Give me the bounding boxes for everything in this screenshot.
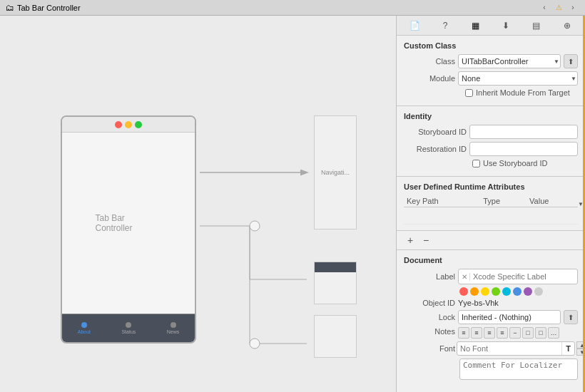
storyboard-id-input[interactable]: tabbar: [469, 125, 578, 139]
tab-dot-news: [171, 322, 176, 328]
notes-toolbar: ≡ ≡ ≡ ≡ − □ □ …: [458, 327, 559, 339]
scene-box-top: [314, 262, 357, 304]
object-id-value: Yye-bs-Vhk: [458, 299, 499, 307]
custom-class-section: Custom Class Class UITabBarController ▼ …: [397, 36, 585, 106]
object-id-label: Object ID: [404, 299, 455, 307]
nav-controller-box: Navigati...: [314, 115, 357, 229]
nav-back-btn[interactable]: ‹: [538, 1, 551, 14]
font-input[interactable]: [457, 344, 561, 353]
panel-tool-down-icon[interactable]: ⬇: [498, 18, 514, 33]
title-bar: 🗂 Tab Bar Controller ‹ ⚠ ›: [0, 0, 585, 16]
class-select[interactable]: UITabBarController: [458, 54, 561, 68]
tab-item-news: News: [167, 322, 180, 334]
window-close-dot: [115, 121, 122, 128]
panel-tool-list-icon[interactable]: ▤: [529, 18, 544, 33]
lock-row: Lock Inherited - (Nothing) ▼ ⬆: [404, 310, 578, 324]
module-select-wrapper: None ▼: [458, 71, 578, 86]
notes-align-right-btn[interactable]: ≡: [484, 327, 495, 339]
storyboard-id-row: Storyboard ID tabbar: [404, 125, 578, 139]
runtime-attrs-section: User Defined Runtime Attributes Key Path…: [397, 177, 585, 231]
notes-box-btn1[interactable]: □: [522, 327, 534, 339]
color-dot-yellow[interactable]: [481, 287, 489, 296]
notes-justify-btn[interactable]: ≡: [497, 327, 508, 339]
class-select-btn[interactable]: ⬆: [564, 54, 578, 68]
panel-tool-identity-icon[interactable]: ▦: [468, 18, 484, 33]
lock-select[interactable]: Inherited - (Nothing): [458, 310, 561, 324]
add-runtime-btn[interactable]: +: [404, 234, 417, 247]
module-select[interactable]: None: [458, 71, 578, 86]
use-storyboard-checkbox[interactable]: [472, 160, 480, 167]
col-value: Value: [526, 195, 578, 207]
comment-input[interactable]: [459, 359, 578, 380]
storyboard-id-label: Storyboard ID: [404, 128, 467, 136]
inherit-module-row: Inherit Module From Target: [404, 88, 578, 97]
nav-controller-label: Navigati...: [321, 169, 350, 176]
custom-class-title: Custom Class: [404, 41, 578, 50]
notes-align-left-btn[interactable]: ≡: [458, 327, 469, 339]
label-input[interactable]: [470, 269, 577, 284]
scene-box-bottom: [314, 315, 357, 358]
tab-bar-controller-label: Tab Bar Controller: [96, 213, 162, 233]
runtime-table: Key Path Type Value: [404, 195, 578, 225]
main-area: Tab Bar Controller About Status News Nav: [0, 16, 585, 392]
label-row: Label ✕: [404, 269, 578, 284]
color-dot-orange[interactable]: [470, 287, 479, 296]
nav-forward-btn[interactable]: ›: [566, 1, 579, 14]
restoration-id-row: Restoration ID: [404, 142, 578, 156]
scene-top-bar: [315, 262, 356, 272]
document-title: Document: [404, 256, 578, 264]
color-dot-blue[interactable]: [513, 287, 522, 296]
font-T-btn[interactable]: T: [561, 342, 574, 355]
object-id-row: Object ID Yye-bs-Vhk: [404, 299, 578, 307]
color-dot-cyan[interactable]: [502, 287, 511, 296]
col-type: Type: [480, 195, 526, 207]
module-row: Module None ▼: [404, 71, 578, 86]
color-dot-green[interactable]: [492, 287, 500, 296]
panel-toolbar: 📄 ? ▦ ⬇ ▤ ⊕: [397, 16, 585, 36]
remove-runtime-btn[interactable]: −: [419, 234, 432, 247]
notes-dash-btn[interactable]: −: [509, 327, 521, 339]
lock-select-wrapper: Inherited - (Nothing) ▼: [458, 310, 561, 324]
inherit-module-checkbox[interactable]: [465, 89, 473, 97]
use-storyboard-label: Use Storyboard ID: [483, 159, 547, 167]
color-dot-gray[interactable]: [534, 287, 543, 296]
module-label: Module: [404, 74, 455, 83]
inherit-module-label: Inherit Module From Target: [476, 88, 570, 97]
use-storyboard-row: Use Storyboard ID: [404, 159, 578, 167]
panel-tool-file-icon[interactable]: 📄: [407, 18, 422, 33]
iphone-top-bar: [62, 117, 195, 133]
runtime-empty-row: [404, 207, 578, 225]
notes-label: Notes: [404, 327, 455, 336]
window-title: Tab Bar Controller: [17, 4, 81, 12]
window-icon: 🗂: [6, 3, 14, 13]
restoration-id-input[interactable]: [469, 142, 578, 156]
label-field-label: Label: [404, 272, 455, 281]
label-x-btn[interactable]: ✕: [459, 273, 470, 281]
runtime-attrs-title: User Defined Runtime Attributes: [404, 182, 578, 191]
tab-label-status: Status: [121, 329, 136, 334]
panel-tool-add-icon[interactable]: ⊕: [559, 18, 575, 33]
comment-row: [459, 359, 578, 380]
window-minimize-dot: [125, 121, 132, 128]
identity-title: Identity: [404, 112, 578, 120]
class-row: Class UITabBarController ▼ ⬆: [404, 54, 578, 68]
lock-label: Lock: [404, 313, 455, 321]
tab-dot-about: [81, 322, 87, 328]
color-dot-purple[interactable]: [524, 287, 532, 296]
restoration-id-label: Restoration ID: [404, 145, 467, 153]
svg-point-6: [250, 221, 260, 231]
panel-tool-help-icon[interactable]: ?: [437, 18, 453, 33]
tab-dot-status: [126, 322, 131, 328]
notes-more-btn[interactable]: …: [548, 327, 559, 339]
tab-label-about: About: [78, 329, 91, 334]
right-panel: 📄 ? ▦ ⬇ ▤ ⊕ Custom Class Class UITabBarC…: [396, 16, 585, 392]
notes-align-center-btn[interactable]: ≡: [471, 327, 482, 339]
title-bar-nav: ‹ ⚠ ›: [538, 1, 579, 14]
lock-select-btn[interactable]: ⬆: [564, 310, 578, 324]
tab-item-status: Status: [121, 322, 136, 334]
notes-box-btn2[interactable]: □: [535, 327, 546, 339]
notes-row: Notes ≡ ≡ ≡ ≡ − □ □ …: [404, 327, 578, 339]
color-dot-red[interactable]: [459, 287, 468, 296]
svg-point-7: [250, 339, 260, 349]
label-field-wrapper: ✕: [458, 269, 578, 284]
